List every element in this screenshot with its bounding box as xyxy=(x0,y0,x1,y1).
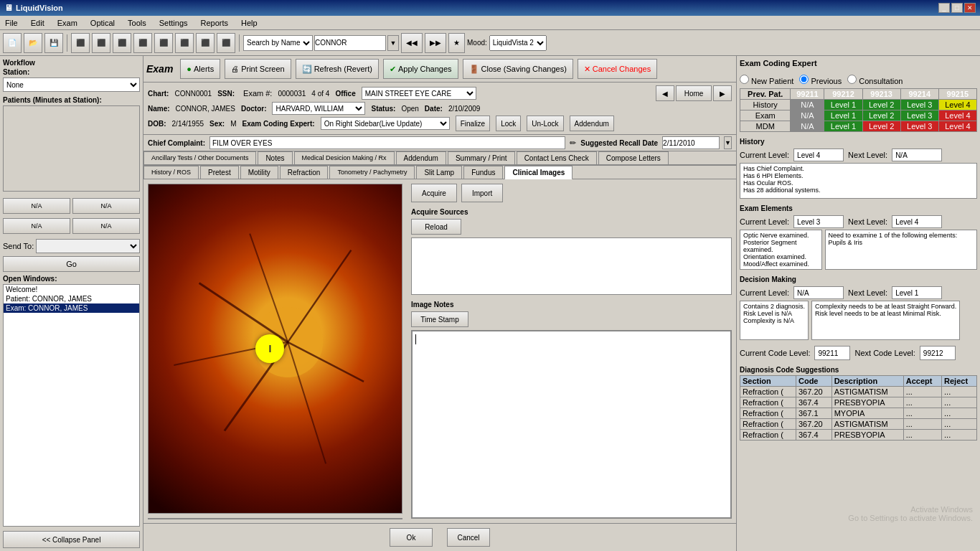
search-dropdown-btn[interactable]: ▼ xyxy=(387,35,399,51)
tab-motility[interactable]: Motility xyxy=(240,166,278,179)
toolbar-new[interactable]: 📄 xyxy=(3,33,22,53)
toolbar-nav2[interactable]: ▶▶ xyxy=(425,33,446,53)
toolbar-btn7[interactable]: ⬛ xyxy=(196,33,215,53)
doctor-select[interactable]: HARVARD, WILLIAM xyxy=(272,102,365,115)
menu-exam[interactable]: Exam xyxy=(55,18,80,28)
recall-date-input[interactable] xyxy=(662,136,720,149)
lock-button[interactable]: Lock xyxy=(496,116,521,131)
tab-notes[interactable]: Notes xyxy=(258,151,292,164)
tab-tonometry[interactable]: Tonometry / Pachymetry xyxy=(329,166,415,179)
toolbar-save[interactable]: 💾 xyxy=(44,33,63,53)
ece-new-patient-radio[interactable] xyxy=(740,75,749,84)
import-button[interactable]: Import xyxy=(461,184,503,202)
row-history-label: History xyxy=(740,100,791,110)
diag-cell[interactable]: ... xyxy=(942,397,977,408)
sidebar-btn-na4[interactable]: N/A xyxy=(72,218,140,234)
menu-file[interactable]: File xyxy=(3,18,20,28)
diag-cell[interactable]: ... xyxy=(942,387,977,397)
maximize-button[interactable]: □ xyxy=(951,3,963,13)
coding-expert-select[interactable]: On Right Sidebar(Live Update) xyxy=(321,117,450,130)
tab-clinical-images[interactable]: Clinical Images xyxy=(504,166,573,180)
finalize-button[interactable]: Finalize xyxy=(456,116,490,131)
tab-medical-decision[interactable]: Medical Desicion Making / Rx xyxy=(294,151,395,164)
cancel-dialog-button[interactable]: Cancel xyxy=(447,528,490,547)
collapse-panel-button[interactable]: << Collapse Panel xyxy=(3,531,140,548)
go-button[interactable]: Go xyxy=(3,256,140,272)
nav-back-button[interactable]: ◀ xyxy=(656,85,674,101)
image-notes-label: Image Notes xyxy=(411,301,732,309)
menu-tools[interactable]: Tools xyxy=(126,18,149,28)
tab-ancillary[interactable]: Ancillary Tests / Other Documents xyxy=(143,151,256,164)
tab-compose[interactable]: Compose Letters xyxy=(598,151,669,164)
send-to-select[interactable] xyxy=(36,239,140,253)
recall-dropdown-btn[interactable]: ▼ xyxy=(724,136,732,149)
sidebar-btn-na3[interactable]: N/A xyxy=(3,218,70,234)
acquire-button[interactable]: Acquire xyxy=(411,184,457,202)
image-notes-box[interactable] xyxy=(411,330,732,519)
diag-cell[interactable]: ... xyxy=(942,419,977,430)
tab-pretest[interactable]: Pretest xyxy=(200,166,239,179)
toolbar-btn8[interactable]: ⬛ xyxy=(217,33,235,53)
nav-forward-button[interactable]: ▶ xyxy=(713,85,732,101)
diag-cell[interactable]: ... xyxy=(942,408,977,419)
menu-help[interactable]: Help xyxy=(239,18,260,28)
close-button[interactable]: ✕ xyxy=(964,3,976,13)
toolbar-btn4[interactable]: ⬛ xyxy=(133,33,152,53)
menu-optical[interactable]: Optical xyxy=(88,18,117,28)
open-window-exam[interactable]: Exam: CONNOR, JAMES xyxy=(4,303,139,313)
tab-refraction[interactable]: Refraction xyxy=(280,166,329,179)
toolbar-nav1[interactable]: ◀◀ xyxy=(401,33,423,53)
refresh-button[interactable]: 🔄 Refresh (Revert) xyxy=(296,59,379,79)
open-window-welcome[interactable]: Welcome! xyxy=(4,285,139,294)
ece-new-patient-label[interactable]: New Patient xyxy=(740,75,793,85)
timestamp-button[interactable]: Time Stamp xyxy=(411,311,468,327)
office-select[interactable]: MAIN STREET EYE CARE xyxy=(362,87,476,100)
row-exam-label: Exam xyxy=(740,110,791,121)
ece-previous-label[interactable]: Previous xyxy=(799,75,842,85)
sidebar-btn-na2[interactable]: N/A xyxy=(72,198,140,214)
toolbar-btn5[interactable]: ⬛ xyxy=(154,33,173,53)
minimize-button[interactable]: _ xyxy=(938,3,950,13)
open-window-patient[interactable]: Patient: CONNOR, JAMES xyxy=(4,294,139,303)
ok-button[interactable]: Ok xyxy=(390,528,433,547)
toolbar-btn1[interactable]: ⬛ xyxy=(71,33,90,53)
tab-addendum[interactable]: Addendum xyxy=(396,151,446,164)
menu-settings[interactable]: Settings xyxy=(157,18,190,28)
sidebar-btn-na1[interactable]: N/A xyxy=(3,198,70,214)
mood-select[interactable]: LiquidVista 2 xyxy=(489,35,547,51)
toolbar-open[interactable]: 📂 xyxy=(24,33,42,53)
reload-button[interactable]: Reload xyxy=(411,219,461,235)
print-screen-button[interactable]: 🖨 Print Screen xyxy=(225,59,291,79)
close-saving-button[interactable]: 🚪 Close (Saving Changes) xyxy=(463,59,573,79)
diag-cell[interactable]: ... xyxy=(903,419,941,430)
ece-previous-radio[interactable] xyxy=(799,75,809,84)
diag-cell[interactable]: ... xyxy=(903,430,941,441)
tab-contact-lens[interactable]: Contact Lens Check xyxy=(517,151,597,164)
tab-slit-lamp[interactable]: Slit Lamp xyxy=(416,166,462,179)
tab-history-ros[interactable]: History / ROS xyxy=(143,166,199,179)
menu-edit[interactable]: Edit xyxy=(29,18,47,28)
ece-consultation-radio[interactable] xyxy=(847,75,857,84)
diag-cell[interactable]: ... xyxy=(903,397,941,408)
toolbar-star[interactable]: ★ xyxy=(448,33,465,53)
complaint-input[interactable] xyxy=(209,136,565,149)
search-input[interactable] xyxy=(314,35,386,51)
addendum-button[interactable]: Addendum xyxy=(570,116,614,131)
diag-cell[interactable]: ... xyxy=(903,387,941,397)
tab-fundus[interactable]: Fundus xyxy=(463,166,503,179)
ece-consultation-label[interactable]: Consultation xyxy=(847,75,903,85)
cancel-changes-button[interactable]: ✕ Cancel Changes xyxy=(578,59,657,79)
search-type-select[interactable]: Search by Name xyxy=(243,35,313,51)
menu-reports[interactable]: Reports xyxy=(199,18,231,28)
diag-cell[interactable]: ... xyxy=(942,430,977,441)
alerts-button[interactable]: ● Alerts xyxy=(180,59,220,79)
unlock-button[interactable]: Un-Lock xyxy=(527,116,563,131)
toolbar-btn3[interactable]: ⬛ xyxy=(113,33,131,53)
toolbar-btn2[interactable]: ⬛ xyxy=(92,33,110,53)
apply-changes-button[interactable]: ✔ Apply Changes xyxy=(383,59,458,79)
toolbar-btn6[interactable]: ⬛ xyxy=(175,33,194,53)
home-button[interactable]: Home xyxy=(676,85,712,101)
station-select[interactable]: None xyxy=(3,77,140,92)
diag-cell[interactable]: ... xyxy=(903,408,941,419)
tab-summary[interactable]: Summary / Print xyxy=(448,151,515,164)
